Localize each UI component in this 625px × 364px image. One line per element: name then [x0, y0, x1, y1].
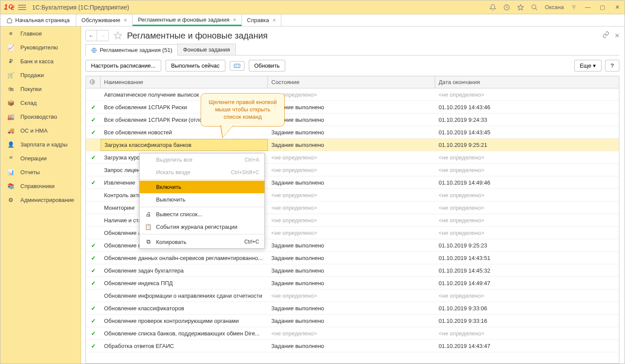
- user-name[interactable]: Оксана: [545, 4, 564, 10]
- sidebar-icon: 🏭: [7, 113, 15, 120]
- bell-icon[interactable]: [489, 4, 496, 11]
- row-date: <не определено>: [435, 290, 619, 301]
- row-date: 01.10.2019 9:25:21: [435, 140, 619, 150]
- close-panel-icon[interactable]: ×: [615, 31, 619, 40]
- sidebar-item[interactable]: ₽Банк и касса: [0, 54, 81, 68]
- sidebar-item[interactable]: 👤Зарплата и кадры: [0, 137, 81, 151]
- svg-point-11: [238, 65, 239, 66]
- close-icon[interactable]: ×: [273, 17, 276, 23]
- col-status-icon[interactable]: [86, 76, 101, 88]
- sidebar-item[interactable]: ᵈᵗОперации: [0, 151, 81, 165]
- table-row[interactable]: ✓Обновление индекса ППДЗадание выполнено…: [86, 277, 619, 289]
- sidebar-item[interactable]: 📚Справочники: [0, 179, 81, 193]
- ctx-events[interactable]: 📋События журнала регистрации: [140, 221, 264, 233]
- tab-home[interactable]: Начальная страница: [0, 14, 76, 26]
- tab-help[interactable]: Справка ×: [242, 14, 282, 26]
- sidebar-item[interactable]: 🚚ОС и НМА: [0, 124, 81, 137]
- settings-icon-button[interactable]: [230, 61, 244, 71]
- table-row[interactable]: ✓Обновление задач бухгалтераЗадание выпо…: [86, 264, 619, 277]
- context-menu: Выделить все Ctrl+A Искать везде Ctrl+Sh…: [139, 153, 265, 249]
- col-state[interactable]: Состояние: [268, 76, 435, 88]
- printer-icon: 🖨: [145, 211, 152, 218]
- table-row[interactable]: ✓Обновление данных онлайн-сервисов регла…: [86, 252, 619, 264]
- table-row[interactable]: Загрузка классификатора банковЗадание вы…: [86, 139, 619, 151]
- help-button[interactable]: ?: [605, 60, 619, 72]
- ctx-copy[interactable]: ⧉Копировать Ctrl+C: [140, 235, 264, 248]
- sidebar-item[interactable]: 🏭Производство: [0, 110, 81, 124]
- inner-tab-background[interactable]: Фоновые задания: [177, 44, 235, 55]
- row-state: Задание выполнено: [268, 303, 435, 314]
- schedule-button[interactable]: Настроить расписание...: [85, 60, 161, 72]
- window-title: 1С:Бухгалтерия (1С:Предприятие): [32, 4, 489, 11]
- minimize-button[interactable]: —: [584, 4, 592, 10]
- table-row[interactable]: ✓Обновление классификаторовЗадание выпол…: [86, 302, 619, 315]
- more-button[interactable]: Еще ▾: [574, 60, 602, 72]
- globe-icon: [91, 47, 97, 53]
- row-name: Обработка ответов ЕГАИС: [101, 341, 268, 351]
- sidebar-item[interactable]: 🛒Продажи: [0, 68, 81, 82]
- sidebar: ≡Главное📈Руководителю₽Банк и касса🛒Прода…: [0, 26, 81, 364]
- filter-icon[interactable]: [571, 4, 577, 10]
- table-row[interactable]: ✓Обновление списка банков, поддерживающи…: [86, 327, 619, 340]
- col-name[interactable]: Наименование: [101, 76, 268, 88]
- sidebar-label: Справочники: [20, 183, 55, 189]
- sidebar-item[interactable]: 🛍Покупки: [0, 82, 81, 96]
- sidebar-item[interactable]: 📈Руководителю: [0, 40, 81, 54]
- sidebar-item[interactable]: 📦Склад: [0, 96, 81, 110]
- row-state: <не определено>: [268, 328, 435, 339]
- table-row[interactable]: ✓Обработка ответов ЕГАИСЗадание выполнен…: [86, 340, 619, 352]
- table-row[interactable]: ✓Обновление проверок контролирующими орг…: [86, 315, 619, 327]
- svg-marker-1: [518, 4, 523, 10]
- sidebar-item[interactable]: ⚙Администрирование: [0, 193, 81, 207]
- row-check: [86, 92, 101, 97]
- star-icon[interactable]: [517, 4, 524, 11]
- nav-forward[interactable]: →: [97, 30, 108, 41]
- row-state: Задание выполнено: [268, 114, 435, 125]
- sidebar-item[interactable]: ≡Главное: [0, 26, 81, 40]
- tab-scheduled-jobs[interactable]: Регламентные и фоновые задания ×: [133, 14, 242, 26]
- tabs-row: Начальная страница Обслуживание × Реглам…: [0, 14, 625, 26]
- row-state: <не определено>: [268, 290, 435, 301]
- sidebar-icon: 📚: [7, 182, 15, 189]
- link-icon[interactable]: [602, 31, 609, 40]
- main-menu-icon[interactable]: [18, 5, 26, 10]
- row-state: Задание выполнено: [268, 127, 435, 138]
- tab-service[interactable]: Обслуживание ×: [76, 14, 133, 26]
- row-check: ✓: [86, 265, 101, 276]
- table-row[interactable]: ✓Все обновления 1СПАРК Риски (отложенные…: [86, 114, 619, 126]
- close-button[interactable]: ✕: [613, 4, 621, 10]
- nav-back[interactable]: ←: [86, 30, 97, 41]
- table-row[interactable]: Обновление информации о направлениях сда…: [86, 289, 619, 302]
- favorite-toggle[interactable]: [112, 30, 124, 41]
- ctx-search[interactable]: Искать везде Ctrl+Shift+C: [140, 166, 264, 179]
- row-date: 01.10.2019 14:43:45: [435, 127, 619, 138]
- ctx-export-list[interactable]: 🖨Вывести список...: [140, 208, 264, 221]
- table-row[interactable]: ✓Все обновления новостейЗадание выполнен…: [86, 126, 619, 139]
- sidebar-icon: 📦: [7, 99, 15, 106]
- history-icon[interactable]: [503, 4, 510, 11]
- ctx-enable[interactable]: Включить: [140, 181, 264, 193]
- row-name: Обновление индекса ППД: [101, 278, 268, 289]
- close-icon[interactable]: ×: [233, 16, 236, 23]
- ctx-disable[interactable]: Выключить: [140, 193, 264, 206]
- row-check: ✓: [86, 177, 101, 188]
- sidebar-label: Операции: [20, 155, 47, 162]
- maximize-button[interactable]: ▢: [599, 4, 606, 10]
- sidebar-icon: ⚙: [7, 196, 15, 203]
- inner-tab-scheduled[interactable]: Регламентные задания (51): [85, 44, 178, 55]
- close-icon[interactable]: ×: [124, 17, 127, 23]
- refresh-button[interactable]: Обновить: [249, 60, 286, 72]
- globe-icon: [89, 79, 95, 85]
- table-row[interactable]: ✓Все обновления 1СПАРК РискиЗадание выпо…: [86, 101, 619, 114]
- ctx-select-all[interactable]: Выделить все Ctrl+A: [140, 153, 264, 166]
- sidebar-label: ОС и НМА: [20, 127, 48, 134]
- toolbar: Настроить расписание... Выполнить сейчас…: [85, 60, 619, 72]
- row-check: ✓: [86, 102, 101, 113]
- search-icon[interactable]: [531, 4, 538, 11]
- run-now-button[interactable]: Выполнить сейчас: [166, 60, 225, 72]
- sidebar-label: Отчеты: [20, 169, 40, 176]
- sidebar-label: Производство: [20, 114, 57, 120]
- sidebar-item[interactable]: 📊Отчеты: [0, 165, 81, 179]
- table-row[interactable]: Автоматическое получение выписок<не опре…: [86, 88, 619, 101]
- col-date[interactable]: Дата окончания: [435, 76, 619, 88]
